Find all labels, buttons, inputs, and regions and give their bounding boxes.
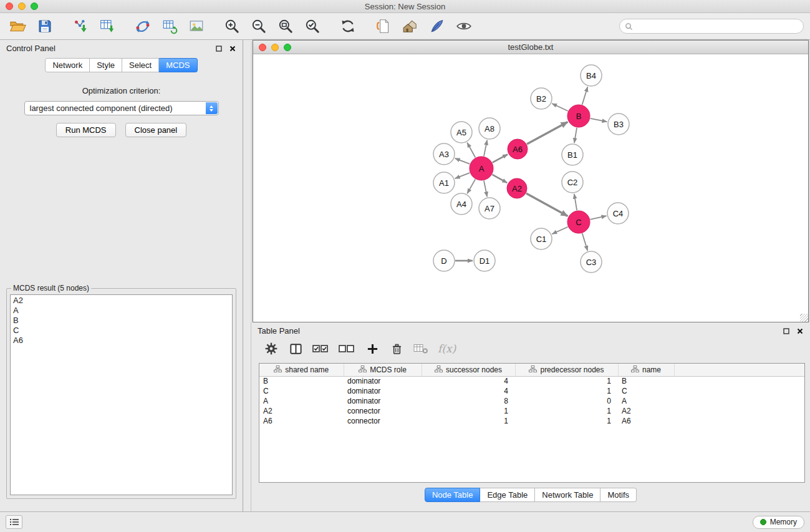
show-columns-button[interactable] bbox=[288, 341, 303, 356]
edge-A-A6[interactable] bbox=[493, 155, 508, 163]
node-D[interactable]: D bbox=[433, 250, 455, 271]
new-table-button[interactable] bbox=[159, 16, 180, 36]
select-all-button[interactable] bbox=[312, 341, 329, 356]
zoom-selected-button[interactable] bbox=[302, 16, 323, 36]
column-header-shared-name[interactable]: shared name bbox=[259, 364, 344, 376]
node-A5[interactable]: A5 bbox=[451, 122, 472, 143]
float-panel-button[interactable] bbox=[215, 45, 223, 52]
network-window-titlebar[interactable]: testGlobe.txt bbox=[253, 41, 808, 54]
criterion-dropdown[interactable]: largest connected component (directed) bbox=[24, 101, 219, 115]
edge-A-A8[interactable] bbox=[484, 140, 487, 157]
import-table-button[interactable] bbox=[97, 16, 118, 36]
table-row[interactable]: Cdominator41C bbox=[259, 386, 804, 396]
tab-network-table[interactable]: Network Table bbox=[535, 488, 600, 502]
column-header-MCDS-role[interactable]: MCDS role bbox=[344, 364, 422, 376]
refresh-button[interactable] bbox=[337, 16, 359, 36]
node-table-container[interactable]: shared nameMCDS rolesuccessor nodesprede… bbox=[259, 363, 805, 483]
edge-B-B4[interactable] bbox=[582, 87, 588, 105]
node-D1[interactable]: D1 bbox=[474, 250, 495, 271]
node-A[interactable]: A bbox=[470, 157, 493, 180]
maximize-window-button[interactable] bbox=[31, 2, 38, 10]
zoom-in-button[interactable] bbox=[221, 16, 243, 36]
node-C2[interactable]: C2 bbox=[562, 172, 583, 193]
new-network-button[interactable] bbox=[132, 16, 153, 36]
minimize-window-button[interactable] bbox=[18, 2, 26, 10]
close-table-panel-button[interactable] bbox=[796, 327, 804, 335]
column-header-predecessor-nodes[interactable]: predecessor nodes bbox=[515, 364, 618, 376]
edge-A-A7[interactable] bbox=[484, 181, 487, 197]
table-row[interactable]: Bdominator41B bbox=[259, 376, 804, 386]
node-A7[interactable]: A7 bbox=[479, 198, 500, 219]
node-C3[interactable]: C3 bbox=[581, 251, 602, 273]
tab-style[interactable]: Style bbox=[90, 58, 122, 72]
add-button[interactable] bbox=[365, 341, 380, 356]
edge-A-A5[interactable] bbox=[467, 143, 475, 158]
table-row[interactable]: A6connector11A6 bbox=[259, 416, 804, 426]
edge-A-A2[interactable] bbox=[492, 175, 507, 183]
edge-A2-C[interactable] bbox=[526, 193, 568, 216]
node-C1[interactable]: C1 bbox=[531, 228, 552, 249]
edge-B-B1[interactable] bbox=[574, 128, 577, 143]
edge-A-A3[interactable] bbox=[455, 158, 470, 164]
mcds-result-item[interactable]: A bbox=[13, 306, 229, 316]
node-B4[interactable]: B4 bbox=[581, 65, 602, 86]
network-close-button[interactable] bbox=[259, 44, 266, 51]
node-C[interactable]: C bbox=[567, 211, 590, 233]
node-B3[interactable]: B3 bbox=[608, 114, 629, 135]
node-A1[interactable]: A1 bbox=[433, 172, 455, 193]
open-folder-button[interactable] bbox=[7, 16, 29, 36]
column-header-successor-nodes[interactable]: successor nodes bbox=[422, 364, 515, 376]
tab-network[interactable]: Network bbox=[45, 58, 90, 72]
table-settings-button[interactable] bbox=[264, 341, 279, 356]
edge-C-C4[interactable] bbox=[591, 216, 607, 220]
tab-motifs[interactable]: Motifs bbox=[600, 488, 637, 502]
edge-B-B3[interactable] bbox=[591, 118, 607, 122]
network-maximize-button[interactable] bbox=[284, 44, 291, 51]
mcds-result-item[interactable]: A2 bbox=[13, 296, 229, 306]
import-network-button[interactable] bbox=[70, 16, 91, 36]
function-builder-button[interactable]: f(x) bbox=[438, 341, 456, 356]
export-image-button[interactable] bbox=[186, 16, 207, 36]
mcds-result-item[interactable]: B bbox=[13, 316, 229, 326]
tab-select[interactable]: Select bbox=[122, 58, 159, 72]
open-session-document-button[interactable] bbox=[373, 16, 394, 36]
edge-A6-B[interactable] bbox=[527, 122, 567, 144]
zoom-fit-button[interactable] bbox=[275, 16, 296, 36]
table-row[interactable]: Adominator80A bbox=[259, 396, 804, 406]
node-A8[interactable]: A8 bbox=[479, 118, 500, 139]
node-C4[interactable]: C4 bbox=[607, 203, 629, 224]
node-B[interactable]: B bbox=[567, 105, 590, 127]
edge-A-A1[interactable] bbox=[455, 173, 470, 178]
edge-C-C3[interactable] bbox=[582, 233, 588, 251]
node-A2[interactable]: A2 bbox=[507, 178, 527, 198]
column-header-name[interactable]: name bbox=[618, 364, 674, 376]
close-panel-button[interactable] bbox=[229, 45, 236, 52]
node-A6[interactable]: A6 bbox=[508, 139, 528, 159]
apply-style-button[interactable] bbox=[427, 16, 448, 36]
show-hide-button[interactable] bbox=[453, 16, 475, 36]
tab-node-table[interactable]: Node Table bbox=[425, 488, 481, 502]
mcds-result-item[interactable]: C bbox=[13, 326, 229, 336]
deselect-all-button[interactable] bbox=[339, 341, 355, 356]
table-row[interactable]: A2connector11A2 bbox=[259, 406, 804, 416]
node-A4[interactable]: A4 bbox=[451, 193, 472, 215]
network-graph[interactable]: B4B2BB3A5A8A6B1A3AA1C2A2A4A7C4CC1C3DD1 bbox=[253, 54, 808, 322]
edge-A-A4[interactable] bbox=[467, 179, 475, 193]
node-B2[interactable]: B2 bbox=[531, 88, 552, 109]
search-field[interactable] bbox=[619, 19, 804, 34]
edge-B-B2[interactable] bbox=[552, 104, 568, 111]
delete-button[interactable] bbox=[389, 341, 404, 356]
close-panel-action-button[interactable]: Close panel bbox=[125, 123, 187, 137]
edge-C-C1[interactable] bbox=[552, 227, 567, 234]
node-B1[interactable]: B1 bbox=[562, 144, 583, 165]
close-window-button[interactable] bbox=[6, 2, 13, 10]
memory-button[interactable]: Memory bbox=[753, 516, 804, 529]
mcds-result-list[interactable]: A2ABCA6 bbox=[10, 294, 233, 495]
run-mcds-button[interactable]: Run MCDS bbox=[56, 123, 116, 137]
edge-C-C2[interactable] bbox=[574, 194, 577, 210]
network-canvas[interactable]: B4B2BB3A5A8A6B1A3AA1C2A2A4A7C4CC1C3DD1 bbox=[253, 54, 808, 322]
save-button[interactable] bbox=[34, 16, 55, 36]
zoom-out-button[interactable] bbox=[248, 16, 269, 36]
resize-grip[interactable] bbox=[800, 314, 808, 322]
tab-mcds[interactable]: MCDS bbox=[159, 58, 197, 72]
